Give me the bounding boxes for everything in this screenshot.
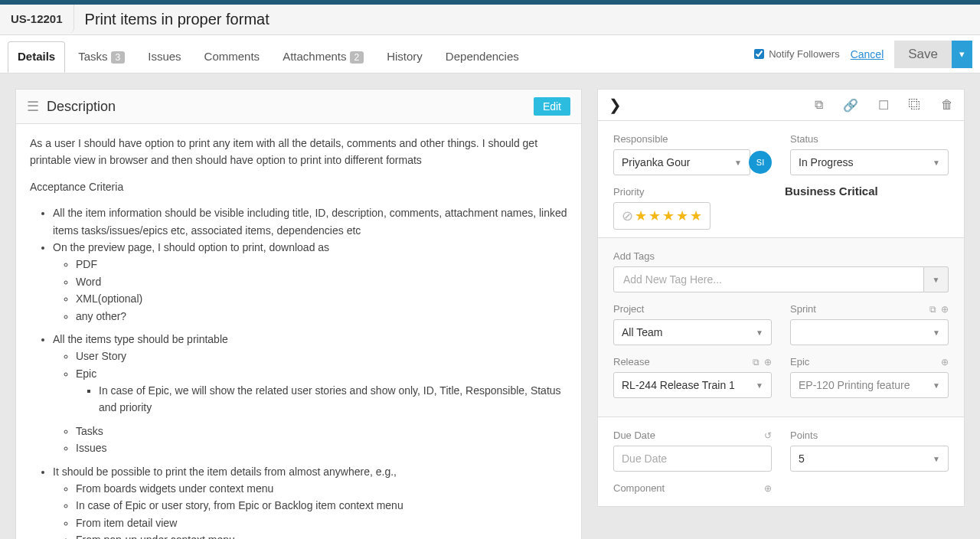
points-select[interactable]: 5▼ bbox=[790, 446, 949, 472]
project-select[interactable]: All Team▼ bbox=[613, 319, 772, 345]
points-label: Points bbox=[790, 430, 949, 441]
add-icon[interactable]: ⊕ bbox=[941, 357, 949, 368]
sprint-select[interactable]: ▼ bbox=[790, 319, 949, 345]
epic-select[interactable]: EP-120 Printing feature▼ bbox=[790, 372, 949, 398]
tab-attachments[interactable]: Attachments2 bbox=[273, 41, 374, 73]
epic-label: Epic bbox=[790, 356, 809, 368]
component-label: Component bbox=[613, 482, 665, 494]
collapse-icon[interactable]: ❯ bbox=[609, 96, 622, 114]
duedate-input[interactable]: Due Date bbox=[613, 446, 772, 472]
tab-comments[interactable]: Comments bbox=[194, 41, 270, 73]
add-icon[interactable]: ⊕ bbox=[941, 304, 949, 315]
tabs-row: Details Tasks3 Issues Comments Attachmen… bbox=[0, 35, 980, 74]
bookmark-icon[interactable]: ☐ bbox=[878, 98, 889, 113]
copy-icon[interactable]: ⧉ bbox=[815, 98, 823, 113]
duplicate-icon[interactable]: ⿻ bbox=[909, 98, 921, 113]
duedate-label: Due Date bbox=[613, 430, 655, 441]
tab-issues[interactable]: Issues bbox=[138, 41, 191, 73]
notify-followers-checkbox[interactable]: Notify Followers bbox=[754, 48, 839, 60]
edit-button[interactable]: Edit bbox=[534, 97, 570, 116]
tab-details[interactable]: Details bbox=[8, 41, 65, 73]
description-heading: Description bbox=[47, 99, 116, 115]
tags-dropdown[interactable]: ▼ bbox=[924, 266, 949, 292]
popup-icon[interactable]: ⧉ bbox=[753, 357, 760, 368]
tab-history[interactable]: History bbox=[377, 41, 433, 73]
avatar: SI bbox=[749, 151, 772, 174]
add-icon[interactable]: ⊕ bbox=[764, 357, 772, 368]
drag-icon: ☰ bbox=[27, 98, 39, 115]
release-label: Release bbox=[613, 356, 650, 368]
no-priority-icon: ⊘ bbox=[622, 207, 633, 224]
tags-input[interactable]: Add New Tag Here... bbox=[613, 266, 924, 292]
save-button[interactable]: Save bbox=[894, 41, 952, 68]
delete-icon[interactable]: 🗑 bbox=[941, 98, 953, 113]
release-select[interactable]: RL-244 Release Train 1▼ bbox=[613, 372, 772, 398]
responsible-select[interactable]: Priyanka Gour▼ bbox=[613, 149, 750, 175]
save-dropdown[interactable]: ▾ bbox=[952, 41, 972, 68]
sprint-label: Sprint bbox=[790, 303, 816, 315]
description-body: As a user I should have option to print … bbox=[16, 124, 581, 539]
popup-icon[interactable]: ⧉ bbox=[929, 304, 936, 315]
priority-text: Business Critical bbox=[785, 185, 878, 198]
cancel-link[interactable]: Cancel bbox=[851, 48, 884, 60]
link-icon[interactable]: 🔗 bbox=[843, 98, 858, 113]
status-select[interactable]: In Progress▼ bbox=[790, 149, 949, 175]
priority-label: Priority bbox=[613, 186, 766, 198]
project-label: Project bbox=[613, 303, 772, 315]
tab-tasks[interactable]: Tasks3 bbox=[68, 41, 135, 73]
tab-dependencies[interactable]: Dependencies bbox=[436, 41, 529, 73]
add-icon[interactable]: ⊕ bbox=[764, 483, 772, 494]
item-id: US-12201 bbox=[0, 5, 74, 33]
priority-stars[interactable]: ⊘ ★★★★★ bbox=[613, 202, 710, 230]
status-label: Status bbox=[790, 133, 949, 145]
reset-icon[interactable]: ↺ bbox=[764, 430, 772, 441]
responsible-label: Responsible bbox=[613, 133, 772, 145]
item-title: Print items in proper format bbox=[74, 5, 280, 34]
addtags-label: Add Tags bbox=[613, 250, 949, 262]
header: US-12201 Print items in proper format bbox=[0, 5, 980, 35]
